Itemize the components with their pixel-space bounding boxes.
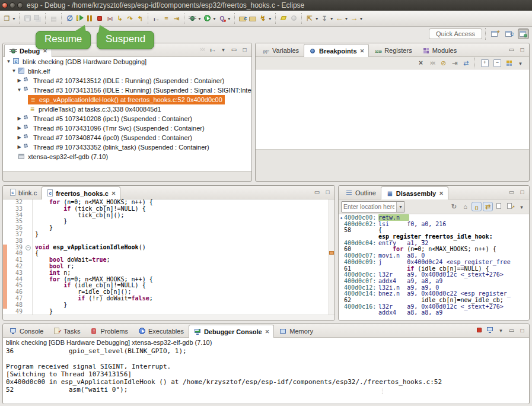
use-step-filters-button[interactable] [171,14,181,23]
terminate-button[interactable] [474,325,485,335]
view-menu-button[interactable] [218,45,228,54]
cpp-perspective-button[interactable] [504,28,515,39]
home-button[interactable] [460,202,470,211]
tab-memory[interactable]: Memory [274,325,318,337]
tab-problems[interactable]: Problems [85,325,132,337]
remove-all-breakpoints-button[interactable] [427,58,437,68]
dropdown-arrow-icon[interactable]: ▼ [212,17,216,21]
minimize-button[interactable] [506,45,517,54]
window-close-button[interactable] [2,2,8,8]
view-menu-button[interactable] [517,202,527,211]
tree-item[interactable]: ▶Thread #7 1073408744 (ipc0) (Suspended … [3,133,251,142]
show-source-button[interactable] [472,202,482,211]
save-all-button[interactable] [33,14,43,23]
expand-all-button[interactable] [479,58,490,68]
combo-dropdown-icon[interactable]: ▼ [396,202,404,212]
show-breakpoints-supported-button[interactable] [438,58,448,68]
dropdown-arrow-icon[interactable]: ▼ [197,17,202,21]
disassembly-listing[interactable]: ◆400d0c00:retw.n400d0c02:lsi f0, a0, 216… [339,214,529,321]
dropdown-arrow-icon[interactable]: ▼ [315,17,319,21]
tab-variables[interactable]: Variables [257,44,304,56]
tab-freertos-hooks-c[interactable]: freertos_hooks.c✕ [42,186,120,199]
tab-debugger-console[interactable]: Debugger Console✕ [189,325,274,338]
collapse-all-button[interactable] [492,58,503,68]
tree-expander-icon[interactable]: ▶ [16,133,23,142]
remove-selected-breakpoints-button[interactable] [416,58,426,68]
forward-button[interactable]: ▼ [349,14,364,23]
tab-breakpoints[interactable]: Breakpoints✕ [304,44,369,57]
tree-item[interactable]: ▼Thread #3 1073413156 (IDLE : Running) (… [3,85,251,95]
terminate-button[interactable] [95,14,105,23]
maximize-button[interactable] [517,187,527,196]
close-icon[interactable]: ✕ [265,329,270,335]
refresh-view-button[interactable] [449,202,459,211]
tree-item[interactable]: ▶Thread #2 1073413512 (IDLE : Running) (… [3,76,251,85]
maximize-button[interactable] [517,45,527,54]
maximize-button[interactable] [323,187,333,196]
dropdown-arrow-icon[interactable]: ▼ [227,17,231,21]
tree-expander-icon[interactable]: ▶ [16,123,23,133]
tree-item[interactable]: xtensa-esp32-elf-gdb (7.10) [3,152,251,161]
tab-registers[interactable]: Registers [369,44,416,56]
dropdown-arrow-icon[interactable]: ▼ [359,17,364,21]
open-console-button[interactable] [496,325,506,335]
dropdown-arrow-icon[interactable]: ▼ [345,17,349,21]
next-annotation-button[interactable]: ▼ [320,14,335,23]
resume-button[interactable] [75,14,85,23]
fold-collapse-icon[interactable] [25,245,33,251]
close-icon[interactable]: ✕ [439,191,444,196]
open-perspective-button[interactable] [489,28,501,39]
run-button[interactable]: ▼ [202,14,217,23]
open-project-button[interactable] [248,14,258,23]
tree-expander-icon[interactable]: ▼ [5,57,12,66]
quick-access-button[interactable]: Quick Access [429,28,482,39]
debug-perspective-button[interactable] [518,28,529,39]
code-editor[interactable]: 32 for (n=0; n<MAX_HOOKS; n++) {33 if (t… [3,199,335,315]
tree-expander-icon[interactable]: ▼ [11,66,17,76]
last-edit-location-button[interactable]: ▼ [305,14,320,23]
disconnect-button[interactable] [105,14,115,23]
dropdown-arrow-icon[interactable]: ▼ [268,17,272,21]
flash-button[interactable]: ▼ [258,14,273,23]
tree-expander-icon[interactable]: ▶ [16,142,23,152]
console-output[interactable]: blink checking [GDB Hardware Debugging] … [3,338,529,404]
new-button[interactable]: ▼ [2,14,17,23]
window-maximize-button[interactable] [17,2,23,8]
window-minimize-button[interactable] [9,2,15,8]
debug-button[interactable]: ▼ [187,14,202,23]
link-with-debug-view-button[interactable] [461,58,471,68]
remove-all-terminated-button[interactable] [197,45,207,54]
step-into-button[interactable] [115,14,125,23]
tree-item[interactable]: ▼blink.elf [3,66,251,76]
tree-expander-icon[interactable]: ▶ [16,76,23,85]
pin-to-debug-context-button[interactable] [505,202,515,211]
suspend-button[interactable] [85,14,95,23]
maximize-button[interactable] [240,45,250,54]
open-new-view-button[interactable] [494,202,504,211]
search-button[interactable] [289,14,299,23]
close-icon[interactable]: ✕ [112,191,116,196]
close-icon[interactable]: ✕ [360,48,365,54]
step-over-button[interactable] [125,14,135,23]
save-button[interactable] [23,14,33,23]
tree-item[interactable]: ▶Thread #9 1073433352 (blink_task) (Susp… [3,142,251,152]
show-debug-traces-button[interactable] [161,14,171,23]
minimize-button[interactable] [312,187,322,196]
dropdown-arrow-icon[interactable]: ▼ [12,17,16,21]
tab-disassembly[interactable]: Disassembly✕ [381,186,448,199]
tab-modules[interactable]: Modules [417,44,462,56]
back-button[interactable]: ▼ [335,14,349,23]
tab-tasks[interactable]: Tasks [48,325,85,337]
tree-item[interactable]: esp_vApplicationIdleHook() at freertos_h… [3,95,251,104]
location-combo[interactable]: ▼ [341,201,405,212]
tab-executables[interactable]: Executables [133,325,189,337]
maximize-button[interactable] [517,325,527,335]
instruction-stepping-mode-button[interactable] [208,45,218,54]
tree-item[interactable]: ▶Thread #6 1073431096 (Tmr Svc) (Suspend… [3,123,251,133]
profile-button[interactable]: ▼ [217,14,232,23]
step-return-button[interactable] [135,14,145,23]
tree-item[interactable]: ▶Thread #5 1073410208 (ipc1) (Suspended … [3,114,251,123]
tab-outline[interactable]: Outline [340,186,381,199]
skip-all-breakpoints-button[interactable] [65,14,75,23]
go-to-file-for-breakpoint-button[interactable] [450,58,460,68]
